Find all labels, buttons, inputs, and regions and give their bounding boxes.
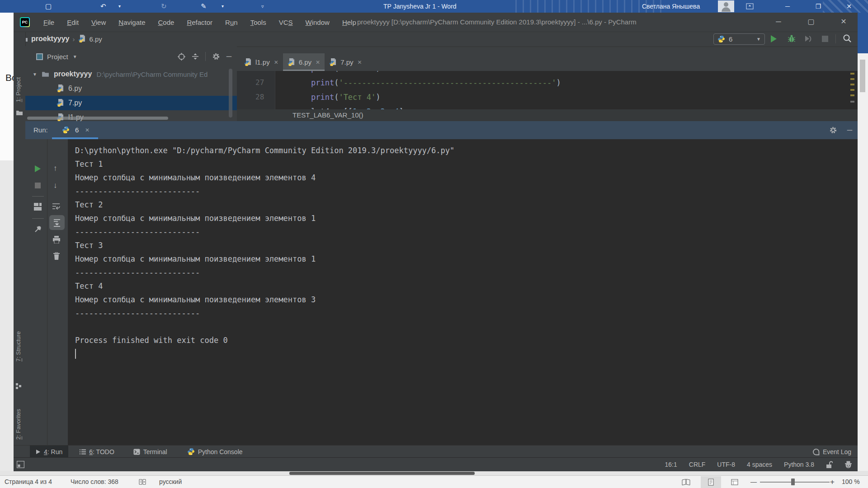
toolwindow-button-terminal[interactable]: Terminal — [127, 446, 173, 458]
undo-icon[interactable]: ↶ — [100, 0, 106, 13]
tree-row-file-selected[interactable]: 7.py — [25, 96, 237, 110]
sidebar-item-project[interactable]: 1: Project — [15, 77, 24, 102]
tab-l1py[interactable]: l1.py ✕ — [240, 53, 283, 71]
menu-vcs[interactable]: VCS — [273, 19, 299, 26]
pen-dropdown-icon[interactable]: ▾ — [222, 0, 224, 13]
print-icon[interactable] — [52, 236, 61, 244]
coverage-button[interactable] — [804, 35, 811, 43]
search-everywhere-icon[interactable] — [843, 34, 852, 43]
redo-icon[interactable]: ↻ — [161, 0, 167, 13]
zoom-slider-thumb[interactable] — [791, 479, 795, 485]
console-output[interactable]: D:\python\python.exe "D:/pycharm/PyCharm… — [68, 139, 858, 445]
toolwindow-button-todo[interactable]: 6: TODO — [74, 446, 120, 458]
gear-icon[interactable] — [212, 52, 220, 61]
locate-file-icon[interactable] — [178, 53, 185, 61]
chevron-down-icon[interactable]: ▼ — [73, 54, 77, 59]
gear-icon[interactable] — [829, 126, 837, 134]
read-mode-icon[interactable] — [681, 479, 691, 486]
sidebar-item-favorites[interactable]: 2: Favorites — [15, 409, 24, 440]
word-minimize-button[interactable]: ─ — [778, 0, 797, 13]
page-count[interactable]: Страница 4 из 4 — [5, 476, 52, 488]
word-vertical-scrollbar[interactable] — [858, 53, 868, 475]
pycharm-close-button[interactable]: ✕ — [833, 13, 854, 32]
down-stack-trace-icon[interactable]: ↓ — [53, 181, 57, 190]
language-indicator[interactable]: русский — [159, 476, 182, 488]
run-tab[interactable]: 6 ✕ — [52, 121, 98, 139]
zoom-out-button[interactable]: — — [750, 476, 757, 488]
collapse-all-icon[interactable] — [192, 53, 199, 60]
web-layout-icon[interactable] — [731, 479, 738, 486]
zoom-level[interactable]: 100 % — [842, 476, 860, 488]
zoom-in-button[interactable]: + — [830, 476, 835, 488]
avatar[interactable] — [718, 0, 734, 12]
clear-console-icon[interactable] — [53, 252, 60, 260]
menu-file[interactable]: File — [37, 19, 61, 26]
close-icon[interactable]: ✕ — [358, 59, 362, 66]
project-hscroll-thumb[interactable] — [27, 117, 168, 120]
tab-7py[interactable]: 7.py ✕ — [325, 53, 366, 71]
editor-error-stripe[interactable] — [849, 71, 856, 109]
status-utf-8[interactable]: UTF-8 — [717, 461, 735, 468]
menu-view[interactable]: View — [85, 19, 112, 26]
expand-arrow-icon[interactable]: ▼ — [33, 72, 37, 77]
hector-inspector-icon[interactable] — [844, 461, 852, 469]
status-16-1[interactable]: 16:1 — [665, 461, 677, 468]
word-close-button[interactable]: ✕ — [840, 0, 858, 13]
breadcrumb-file[interactable]: 6.py — [90, 35, 102, 43]
close-icon[interactable]: ✕ — [85, 121, 90, 139]
menu-navigate[interactable]: Navigate — [112, 19, 151, 26]
close-icon[interactable]: ✕ — [316, 59, 320, 66]
run-configuration-select[interactable]: 6 ▼ — [713, 33, 765, 45]
stop-button[interactable] — [35, 183, 41, 188]
lock-icon[interactable] — [826, 461, 833, 469]
menu-refactor[interactable]: Refactor — [180, 19, 219, 26]
up-stack-trace-icon[interactable]: ↑ — [53, 164, 57, 173]
status-python-3-8[interactable]: Python 3.8 — [784, 461, 814, 468]
word-restore-button[interactable]: ❐ — [809, 0, 827, 13]
word-hscroll-thumb[interactable] — [289, 472, 475, 475]
hide-panel-icon[interactable]: ─ — [226, 52, 231, 61]
account-name[interactable]: Светлана Янышева — [642, 0, 700, 13]
menu-run[interactable]: Run — [219, 19, 244, 26]
touch-mode-icon[interactable]: ▢ — [45, 0, 52, 13]
status-crlf[interactable]: CRLF — [689, 461, 706, 468]
code-editor[interactable]: 2728 print('Тест 3') print('------------… — [237, 71, 858, 109]
breadcrumb-project[interactable]: proektyyyy — [31, 35, 70, 43]
status-4-spaces[interactable]: 4 spaces — [747, 461, 772, 468]
hide-panel-icon[interactable]: ─ — [847, 121, 852, 139]
menu-tools[interactable]: Tools — [244, 19, 273, 26]
menu-window[interactable]: Window — [299, 19, 336, 26]
toolwindow-button-run[interactable]: 4: Run — [30, 446, 68, 458]
zoom-slider-track[interactable] — [760, 482, 830, 483]
tree-row-root[interactable]: ▼ proektyyyy D:\pycharm\PyCharm Communit… — [25, 67, 237, 81]
tree-row-file[interactable]: 6.py — [25, 81, 237, 96]
event-log-button[interactable]: Event Log — [812, 446, 851, 458]
proofing-icon[interactable] — [138, 479, 146, 486]
rerun-button[interactable] — [34, 165, 41, 173]
restore-layout-icon[interactable] — [34, 203, 42, 211]
close-icon[interactable]: ✕ — [274, 59, 278, 66]
qat-customize-icon[interactable]: ▿ — [261, 0, 264, 13]
pycharm-minimize-button[interactable]: ─ — [768, 13, 789, 32]
toolwindow-switcher-icon[interactable] — [17, 461, 24, 468]
word-count[interactable]: Число слов: 368 — [71, 476, 118, 488]
undo-dropdown-icon[interactable]: ▾ — [118, 0, 121, 13]
project-vscroll-thumb[interactable] — [229, 69, 232, 117]
menu-code[interactable]: Code — [152, 19, 181, 26]
soft-wrap-icon[interactable] — [52, 202, 60, 211]
ribbon-display-options-icon[interactable] — [746, 3, 754, 10]
editor-context-breadcrumb[interactable]: TEST_LAB6_VAR_10() — [237, 109, 858, 121]
project-panel-header[interactable]: Project ▼ ─ — [25, 46, 237, 67]
word-horizontal-scrollbar[interactable] — [0, 471, 868, 475]
pin-icon[interactable] — [34, 225, 42, 233]
menu-edit[interactable]: Edit — [61, 19, 85, 26]
pycharm-maximize-button[interactable]: ▢ — [801, 13, 821, 32]
run-button[interactable] — [770, 35, 777, 43]
sidebar-item-structure[interactable]: 7: Structure — [15, 331, 24, 361]
toolwindow-button-python-console[interactable]: Python Console — [181, 446, 249, 458]
debug-button[interactable] — [788, 34, 796, 43]
pen-icon[interactable]: ✎ — [201, 0, 207, 13]
tab-6py-active[interactable]: 6.py ✕ — [283, 53, 325, 71]
word-vscroll-thumb[interactable] — [860, 60, 865, 92]
stop-button[interactable] — [822, 36, 828, 42]
